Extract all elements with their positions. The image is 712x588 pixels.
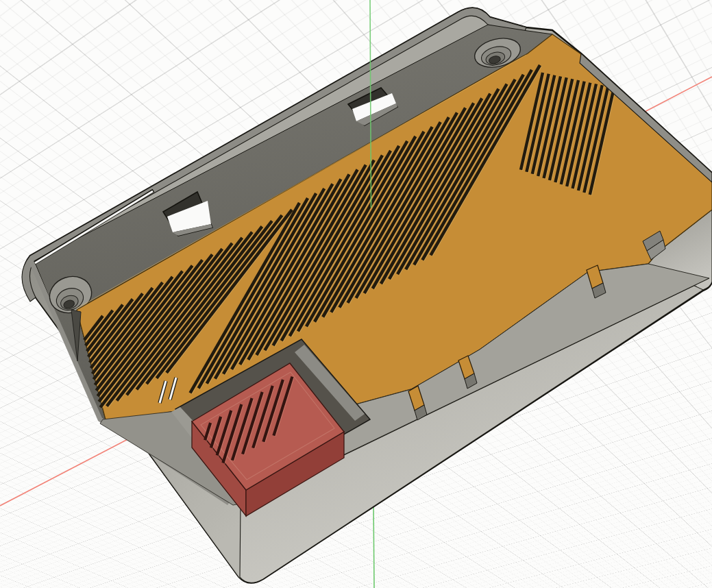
enclosure-model[interactable] (22, 8, 712, 583)
y-axis-line (373, 502, 374, 588)
x-axis-line (645, 77, 712, 112)
x-axis-line (0, 437, 133, 506)
cad-viewport[interactable] (0, 0, 712, 588)
model-scene (0, 0, 712, 588)
